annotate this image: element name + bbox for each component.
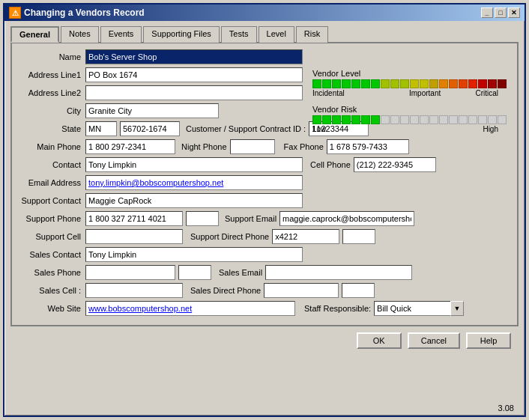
support-phone-ext-input[interactable]	[186, 211, 219, 226]
sales-phone-ext-input[interactable]	[178, 265, 211, 280]
vendor-risk-section: Vendor Risk Low High	[312, 105, 507, 133]
night-phone-label: Night Phone	[181, 142, 227, 151]
sales-direct-input[interactable]	[264, 283, 339, 298]
high-label: High	[483, 125, 498, 133]
tab-tests[interactable]: Tests	[221, 26, 257, 43]
critical-label: Critical	[475, 89, 498, 97]
tab-supporting-files[interactable]: Supporting Files	[143, 26, 220, 43]
state-label: State	[18, 124, 85, 133]
support-direct-ext-input[interactable]	[342, 229, 375, 244]
address2-input[interactable]	[85, 85, 303, 100]
sales-phone-label: Sales Phone	[18, 268, 85, 277]
row-website: Web Site Staff Responsible: ▼	[18, 301, 511, 316]
ok-button[interactable]: OK	[357, 332, 402, 349]
tabs-bar: General Notes Events Supporting Files Te…	[10, 25, 519, 43]
cancel-button[interactable]: Cancel	[408, 332, 460, 349]
row-contact: Contact Cell Phone	[18, 157, 511, 172]
important-label: Important	[409, 89, 441, 97]
address1-input[interactable]	[85, 67, 303, 82]
website-label: Web Site	[18, 304, 85, 313]
support-phone-label: Support Phone	[18, 214, 85, 223]
support-direct-label: Support Direct Phone	[190, 232, 269, 241]
maximize-button[interactable]: □	[495, 7, 507, 18]
sales-email-input[interactable]	[265, 265, 412, 280]
status-text: 3.08	[498, 404, 514, 413]
contract-label: Customer / Support Contract ID :	[186, 124, 306, 133]
cell-phone-label: Cell Phone	[310, 160, 351, 169]
row-sales-contact: Sales Contact	[18, 247, 511, 262]
vendor-level-title: Vendor Level	[312, 69, 507, 78]
main-window: ⚠ Changing a Vendors Record _ □ ✕ Genera…	[3, 3, 526, 417]
support-phone-input[interactable]	[85, 211, 183, 226]
row-support-phone: Support Phone Support Email	[18, 211, 511, 226]
close-button[interactable]: ✕	[508, 7, 520, 18]
row-sales-cell: Sales Cell : Sales Direct Phone	[18, 283, 511, 298]
main-phone-label: Main Phone	[18, 142, 85, 151]
support-email-label: Support Email	[225, 214, 276, 223]
support-email-input[interactable]	[279, 211, 414, 226]
sales-contact-input[interactable]	[85, 247, 303, 262]
sales-email-label: Sales Email	[219, 268, 262, 277]
row-support-contact: Support Contact	[18, 193, 511, 208]
state-input[interactable]	[85, 121, 117, 136]
address2-label: Address Line2	[18, 88, 85, 97]
email-input[interactable]	[85, 175, 303, 190]
support-direct-input[interactable]	[272, 229, 339, 244]
window-title: Changing a Vendors Record	[24, 7, 145, 18]
window-icon: ⚠	[9, 7, 21, 19]
support-cell-label: Support Cell	[18, 232, 85, 241]
status-bar: 3.08	[498, 404, 514, 413]
vendor-level-section: Vendor Level Incidental Important Critic…	[312, 69, 507, 97]
sales-phone-input[interactable]	[85, 265, 175, 280]
name-label: Name	[18, 52, 85, 61]
row-support-cell: Support Cell Support Direct Phone	[18, 229, 511, 244]
row-email: Email Address	[18, 175, 511, 190]
row-sales-phone: Sales Phone Sales Email	[18, 265, 511, 280]
incidental-label: Incidental	[312, 89, 345, 97]
staff-label: Staff Responsible:	[304, 304, 371, 313]
email-label: Email Address	[18, 178, 85, 187]
address1-label: Address Line1	[18, 70, 85, 79]
tab-events[interactable]: Events	[100, 26, 142, 43]
staff-dropdown-button[interactable]: ▼	[450, 301, 464, 316]
content-area: General Notes Events Supporting Files Te…	[4, 21, 525, 356]
sales-contact-label: Sales Contact	[18, 250, 85, 259]
name-input[interactable]	[85, 49, 303, 64]
window-controls: _ □ ✕	[481, 7, 520, 18]
main-phone-input[interactable]	[85, 139, 175, 154]
button-bar: OK Cancel Help	[10, 326, 519, 352]
tab-notes[interactable]: Notes	[61, 26, 99, 43]
row-phones: Main Phone Night Phone Fax Phone	[18, 139, 511, 154]
zip-input[interactable]	[120, 121, 180, 136]
tab-risk[interactable]: Risk	[296, 26, 328, 43]
vendor-risk-title: Vendor Risk	[312, 105, 507, 114]
support-contact-label: Support Contact	[18, 196, 85, 205]
cell-phone-input[interactable]	[354, 157, 436, 172]
help-button[interactable]: Help	[466, 332, 511, 349]
fax-phone-label: Fax Phone	[284, 142, 324, 151]
vendor-risk-bar	[312, 115, 507, 124]
minimize-button[interactable]: _	[481, 7, 493, 18]
sales-cell-input[interactable]	[85, 283, 183, 298]
city-input[interactable]	[85, 103, 219, 118]
row-name: Name	[18, 49, 511, 64]
website-input[interactable]	[85, 301, 295, 316]
support-cell-input[interactable]	[85, 229, 183, 244]
night-phone-input[interactable]	[230, 139, 275, 154]
title-bar: ⚠ Changing a Vendors Record _ □ ✕	[4, 4, 525, 21]
tab-level[interactable]: Level	[259, 26, 294, 43]
low-label: Low	[312, 125, 326, 133]
sales-direct-label: Sales Direct Phone	[190, 286, 261, 295]
city-label: City	[18, 106, 85, 115]
vendor-level-bar	[312, 79, 507, 88]
contact-label: Contact	[18, 160, 85, 169]
support-contact-input[interactable]	[85, 193, 303, 208]
sales-direct-ext-input[interactable]	[342, 283, 375, 298]
contact-input[interactable]	[85, 157, 303, 172]
tab-general[interactable]: General	[10, 26, 59, 43]
sales-cell-label: Sales Cell :	[18, 286, 85, 295]
fax-phone-input[interactable]	[327, 139, 409, 154]
form-panel: Vendor Level Incidental Important Critic…	[10, 43, 519, 326]
